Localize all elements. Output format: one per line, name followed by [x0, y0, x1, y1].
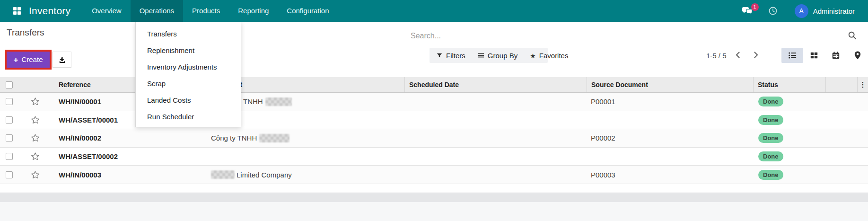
clock-icon	[768, 6, 778, 16]
inventory-app-screen: Inventory Overview Operations Products R…	[0, 0, 868, 221]
kanban-view-icon	[810, 51, 818, 60]
table-header: Reference Contact Scheduled Date Source …	[0, 77, 868, 93]
table-row[interactable]: WH/IN/00003 Limited Company P00003 Done	[0, 166, 868, 184]
redacted-text	[259, 134, 289, 142]
search-bar	[407, 28, 861, 44]
list-view-button[interactable]	[781, 48, 803, 63]
menu-item-landed-costs[interactable]: Landed Costs	[136, 92, 241, 108]
filter-toolbar: Filters Group By Favorites	[430, 48, 548, 63]
favorite-column-header	[23, 77, 47, 92]
table-body: WH/IN/00001 TNHH P00001 Done WH/ASSET/00…	[0, 93, 868, 193]
status-badge: Done	[758, 115, 783, 125]
nav-item-reporting[interactable]: Reporting	[229, 0, 278, 22]
search-icon[interactable]	[848, 31, 857, 42]
favorite-star-icon[interactable]	[31, 97, 40, 106]
control-panel: Transfers Create Filters	[0, 22, 868, 77]
chevron-left-icon	[734, 51, 742, 59]
select-all-checkbox[interactable]	[6, 81, 13, 88]
map-marker-icon	[854, 51, 861, 60]
nav-item-configuration[interactable]: Configuration	[278, 0, 338, 22]
user-name[interactable]: Administrator	[813, 7, 855, 15]
table-row[interactable]: WH/ASSET/00001 Done	[0, 111, 868, 130]
ellipsis-vertical-icon	[859, 80, 867, 89]
redacted-text	[211, 170, 235, 179]
activities-button[interactable]	[768, 6, 778, 16]
menu-item-scrap[interactable]: Scrap	[136, 75, 241, 92]
star-icon	[530, 52, 536, 60]
create-button[interactable]: Create	[7, 52, 50, 68]
kanban-view-button[interactable]	[803, 48, 825, 63]
table-row[interactable]: WH/IN/00002 Công ty TNHH P00002 Done	[0, 129, 868, 148]
pager-previous-button[interactable]	[731, 49, 745, 62]
status-badge: Done	[758, 133, 783, 143]
favorites-button[interactable]: Favorites	[530, 52, 568, 60]
favorite-star-icon[interactable]	[31, 115, 40, 124]
nav-item-operations[interactable]: Operations	[131, 0, 183, 22]
redacted-text	[265, 97, 292, 106]
topbar-right: 1 A Administrator	[742, 0, 868, 22]
pager-next-button[interactable]	[749, 49, 763, 62]
filter-funnel-icon	[436, 52, 443, 59]
column-header-spacer	[825, 77, 857, 92]
click-annotation-box: Create	[5, 50, 52, 70]
menu-item-replenishment[interactable]: Replenishment	[136, 42, 241, 59]
row-checkbox[interactable]	[6, 171, 13, 178]
chevron-right-icon	[752, 51, 760, 59]
user-avatar[interactable]: A	[795, 4, 808, 18]
column-header-source-document[interactable]: Source Document	[587, 77, 753, 92]
optional-columns-button[interactable]	[857, 77, 868, 92]
export-button[interactable]	[53, 52, 71, 68]
view-switcher	[781, 48, 868, 63]
status-badge: Done	[758, 151, 783, 161]
group-by-button[interactable]: Group By	[478, 52, 517, 60]
list-view-icon	[788, 51, 797, 60]
download-icon	[58, 56, 66, 64]
menu-item-inventory-adjustments[interactable]: Inventory Adjustments	[136, 59, 241, 75]
column-header-scheduled-date[interactable]: Scheduled Date	[404, 77, 587, 92]
operations-dropdown-menu: Transfers Replenishment Inventory Adjust…	[135, 22, 241, 127]
status-badge: Done	[758, 97, 783, 106]
messages-count-badge: 1	[751, 3, 759, 11]
map-view-button[interactable]	[847, 48, 868, 63]
apps-menu-icon[interactable]	[13, 7, 21, 15]
nav-item-products[interactable]: Products	[183, 0, 229, 22]
menu-item-run-scheduler[interactable]: Run Scheduler	[136, 108, 241, 125]
table-footer	[0, 193, 868, 202]
page-title: Transfers	[7, 27, 44, 38]
nav-item-overview[interactable]: Overview	[83, 0, 131, 22]
calendar-view-button[interactable]	[825, 48, 847, 63]
row-checkbox[interactable]	[6, 134, 13, 141]
pager-range: 1-5 / 5	[706, 52, 727, 60]
pager: 1-5 / 5	[706, 48, 763, 63]
status-badge: Done	[758, 170, 783, 180]
row-checkbox[interactable]	[6, 153, 13, 160]
group-by-lines-icon	[478, 52, 484, 59]
app-title[interactable]: Inventory	[29, 5, 70, 17]
plus-icon	[14, 55, 22, 63]
table-row[interactable]: WH/ASSET/00002 Done	[0, 148, 868, 166]
menu-item-transfers[interactable]: Transfers	[136, 26, 241, 42]
column-header-status[interactable]: Status	[753, 77, 825, 92]
calendar-view-icon	[832, 51, 840, 60]
favorite-star-icon[interactable]	[31, 133, 40, 142]
favorite-star-icon[interactable]	[31, 152, 40, 161]
main-menu: Overview Operations Products Reporting C…	[83, 0, 338, 22]
filters-button[interactable]: Filters	[436, 52, 465, 60]
row-checkbox[interactable]	[6, 116, 13, 124]
top-nav-bar: Inventory Overview Operations Products R…	[0, 0, 868, 22]
messages-button[interactable]: 1	[742, 7, 753, 16]
row-checkbox[interactable]	[6, 98, 13, 105]
search-input[interactable]	[407, 28, 833, 44]
table-row[interactable]: WH/IN/00001 TNHH P00001 Done	[0, 93, 868, 111]
favorite-star-icon[interactable]	[31, 170, 40, 179]
